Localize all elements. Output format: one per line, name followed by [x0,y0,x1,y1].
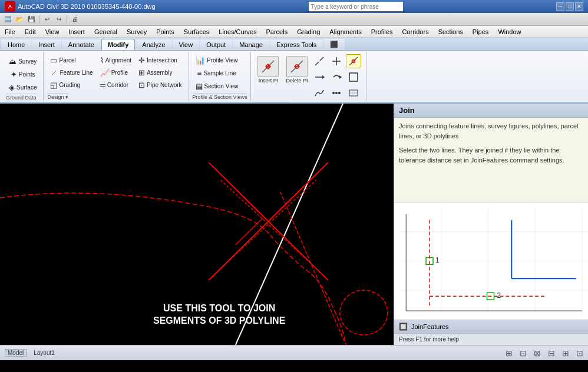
design-label[interactable]: Design ▾ [47,93,68,100]
layout1-tab[interactable]: Layout1 [34,350,55,356]
extend-button[interactable] [312,70,327,84]
profile-icon: 📈 [100,68,110,77]
drawing-canvas[interactable]: USE THIS TOOL TO JOIN SEGMENTS OF 3D POL… [0,104,394,345]
design-col2: ⌇ Alignment 📈 Profile ═ Corridor [97,54,134,91]
assembly-button[interactable]: ⊞ Assembly [136,67,184,78]
model-tab[interactable]: Model [5,349,27,357]
sample-line-icon: ≡ [197,69,202,78]
delete-pi-button[interactable]: Delete PI [283,54,310,91]
redo-button[interactable]: ↪ [54,14,64,25]
points-button[interactable]: ✦ Points [8,68,38,80]
profile-view-button[interactable]: 📊 Profile View [193,54,241,66]
lineweight-button[interactable]: ⊡ [576,348,583,358]
tab-view[interactable]: View [173,39,200,50]
polar-button[interactable]: ⊟ [548,348,555,358]
svg-line-27 [220,180,316,268]
survey-button[interactable]: ⛰ Survey [6,55,39,67]
save-button[interactable]: 💾 [26,14,37,25]
tab-insert[interactable]: Insert [32,39,61,50]
alignment-button[interactable]: ⌇ Alignment [97,54,134,66]
menu-grading[interactable]: Grading [292,26,325,37]
joinfeatures-icon: 🔲 [399,323,408,331]
menu-view[interactable]: View [41,26,64,37]
break-button[interactable] [312,54,327,68]
design-col1: ▭ Parcel ⟋ Feature Line ◱ Grading [47,54,95,91]
svg-line-23 [236,104,343,345]
snap-button[interactable]: ⊞ [506,348,513,358]
insert-pi-label: Insert PI [259,78,279,84]
menu-window[interactable]: Window [493,26,526,37]
profile-button[interactable]: 📈 Profile [97,67,134,78]
svg-point-18 [332,92,335,94]
sample-line-button[interactable]: ≡ Sample Line [194,67,239,79]
ribbon-tabs: Home Insert Annotate Modify Analyze View… [0,38,588,51]
osnap-button[interactable]: ⊞ [562,348,569,358]
tab-modify[interactable]: Modify [101,39,135,50]
intersection-icon: ✛ [138,56,145,65]
grading-label: Grading [59,82,80,88]
join-button[interactable] [346,54,361,68]
tab-output[interactable]: Output [200,39,232,50]
intersection-button[interactable]: ✛ Intersection [136,54,184,66]
grid-button[interactable]: ⊡ [520,348,527,358]
pipe-network-label: Pipe Network [147,82,181,88]
elevation-button[interactable] [346,86,361,100]
section-view-button[interactable]: ▤ Section View [193,80,242,92]
corridor-label: Corridor [107,82,128,88]
menu-surfaces[interactable]: Surfaces [179,26,214,37]
menu-sections[interactable]: Sections [434,26,468,37]
assembly-label: Assembly [147,69,172,76]
tab-annotate[interactable]: Annotate [62,39,101,50]
trim-button[interactable] [329,54,344,68]
svg-text:2: 2 [497,291,501,300]
restore-button[interactable]: □ [566,2,574,11]
menu-points[interactable]: Points [151,26,179,37]
menu-general[interactable]: General [90,26,122,37]
menu-lines-curves[interactable]: Lines/Curves [214,26,261,37]
weed-button[interactable] [329,86,344,100]
svg-point-28 [340,290,388,335]
undo-button[interactable]: ↩ [42,14,52,25]
keyword-search-input[interactable] [309,2,403,11]
insert-pi-button[interactable]: Insert PI [255,54,282,91]
smooth-button[interactable] [312,86,327,100]
menu-pipes[interactable]: Pipes [468,26,494,37]
status-bar: Model Layout1 ⊞ ⊡ ⊠ ⊟ ⊞ ⊡ [0,345,588,360]
menu-corridors[interactable]: Corridors [397,26,433,37]
menu-alignments[interactable]: Alignments [325,26,366,37]
tab-analyze[interactable]: Analyze [136,39,171,50]
menu-insert[interactable]: Insert [64,26,90,37]
tab-home[interactable]: Home [1,39,31,50]
pipe-network-button[interactable]: ⊡ Pipe Network [136,79,184,91]
tab-manage[interactable]: Manage [233,39,269,50]
menu-file[interactable]: File [0,26,20,37]
feature-line-button[interactable]: ⟋ Feature Line [47,67,95,78]
minimize-button[interactable]: ─ [556,2,564,11]
print-button[interactable]: 🖨 [70,14,80,25]
open-button[interactable]: 📂 [14,14,25,25]
svg-line-7 [315,62,319,65]
grading-button[interactable]: ◱ Grading [47,79,95,91]
title-bar: A AutoCAD Civil 3D 2010 010035345-440-00… [0,0,588,13]
app-title: AutoCAD Civil 3D 2010 010035345-440-00.d… [18,3,156,10]
surface-button[interactable]: ◈ Surface [6,81,39,93]
reverse-button[interactable] [329,70,344,84]
tab-express-tools[interactable]: Express Tools [270,39,323,50]
corridor-button[interactable]: ═ Corridor [97,79,134,91]
menu-edit[interactable]: Edit [20,26,41,37]
menu-survey[interactable]: Survey [122,26,151,37]
parcel-button[interactable]: ▭ Parcel [47,54,95,66]
menu-profiles[interactable]: Profiles [366,26,398,37]
tab-extra[interactable]: ⬛ [323,38,345,50]
edit-geometry-grid [312,54,362,101]
new-button[interactable]: 🆕 [2,14,13,25]
tooltip-footer: 🔲 JoinFeatures [394,320,588,333]
menu-parcels[interactable]: Parcels [261,26,292,37]
ribbon-group-ground-data: ⛰ Survey ✦ Points ◈ Surface Ground Data [2,52,44,101]
quick-access-toolbar: 🆕 📂 💾 ↩ ↪ 🖨 [0,13,588,26]
command-name: JoinFeatures [411,323,449,330]
close-button[interactable]: ✕ [575,2,583,11]
svg-point-19 [335,92,338,94]
fit-button[interactable] [346,70,361,84]
ortho-button[interactable]: ⊠ [534,348,541,358]
